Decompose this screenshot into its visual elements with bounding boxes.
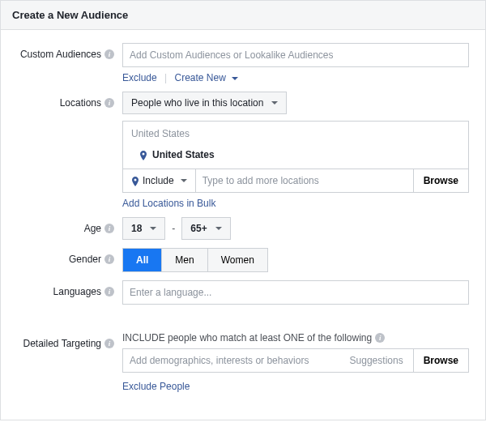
include-text: INCLUDE people who match at least ONE of…	[122, 332, 372, 343]
info-icon[interactable]	[104, 98, 114, 108]
detailed-targeting-field: INCLUDE people who match at least ONE of…	[122, 332, 469, 392]
location-type-label: People who live in this location	[131, 97, 263, 109]
languages-label-col: Languages	[17, 280, 122, 297]
pin-icon	[131, 177, 139, 185]
gender-all-button[interactable]: All	[123, 249, 162, 271]
caret-down-icon	[150, 227, 156, 230]
info-icon[interactable]	[104, 339, 114, 348]
bulk-locations-row: Add Locations in Bulk	[122, 198, 469, 209]
languages-field	[122, 280, 469, 305]
create-audience-panel: Create a New Audience Custom Audiences E…	[0, 0, 486, 420]
info-icon[interactable]	[104, 254, 114, 264]
custom-audiences-input[interactable]	[122, 43, 469, 67]
exclude-people-row: Exclude People	[122, 381, 469, 392]
location-search-input[interactable]	[195, 169, 413, 192]
age-dash: -	[172, 223, 175, 234]
location-group-header: United States	[123, 122, 468, 146]
info-icon[interactable]	[104, 287, 114, 297]
exclude-link[interactable]: Exclude	[122, 72, 157, 83]
location-type-dropdown[interactable]: People who live in this location	[122, 92, 287, 114]
panel-body: Custom Audiences Exclude | Create New Lo…	[1, 30, 485, 420]
age-label: Age	[84, 223, 101, 234]
custom-audiences-row: Custom Audiences Exclude | Create New	[17, 43, 469, 83]
info-icon[interactable]	[375, 333, 385, 343]
include-label: Include	[143, 175, 174, 186]
locations-label: Locations	[60, 97, 101, 109]
locations-box: United States United States Include	[122, 121, 469, 193]
gender-button-group: All Men Women	[122, 248, 268, 272]
exclude-people-link[interactable]: Exclude People	[122, 381, 190, 392]
languages-row: Languages	[17, 280, 469, 305]
create-new-label: Create New	[175, 72, 226, 83]
gender-label-col: Gender	[17, 248, 122, 265]
location-input-row: Include Browse	[123, 169, 468, 192]
detailed-targeting-input[interactable]	[123, 349, 340, 372]
age-row: Age 18 - 65+	[17, 217, 469, 240]
custom-audiences-label-col: Custom Audiences	[17, 43, 122, 60]
gender-label: Gender	[69, 254, 101, 265]
info-icon[interactable]	[104, 224, 114, 233]
age-min-dropdown[interactable]: 18	[122, 217, 165, 240]
custom-audiences-links: Exclude | Create New	[122, 72, 469, 83]
locations-field: People who live in this location United …	[122, 92, 469, 209]
age-max-dropdown[interactable]: 65+	[181, 217, 230, 240]
location-item[interactable]: United States	[123, 146, 468, 169]
location-item-label: United States	[152, 149, 215, 160]
pin-icon	[139, 151, 147, 159]
gender-field: All Men Women	[122, 248, 469, 272]
caret-down-icon	[271, 101, 278, 105]
panel-title: Create a New Audience	[1, 1, 485, 30]
age-max-value: 65+	[190, 223, 207, 234]
add-locations-bulk-link[interactable]: Add Locations in Bulk	[122, 198, 215, 209]
create-new-link[interactable]: Create New	[175, 72, 239, 83]
age-field: 18 - 65+	[122, 217, 469, 240]
languages-input[interactable]	[122, 280, 469, 305]
caret-down-icon	[215, 227, 222, 230]
locations-label-col: Locations	[17, 92, 122, 109]
browse-targeting-button[interactable]: Browse	[413, 349, 468, 372]
custom-audiences-field: Exclude | Create New	[122, 43, 469, 83]
section-spacer	[17, 313, 469, 332]
browse-locations-button[interactable]: Browse	[413, 169, 468, 192]
gender-women-button[interactable]: Women	[208, 249, 267, 271]
age-min-value: 18	[131, 223, 142, 234]
age-label-col: Age	[17, 217, 122, 234]
detailed-targeting-label-col: Detailed Targeting	[17, 332, 122, 349]
detailed-targeting-include-header: INCLUDE people who match at least ONE of…	[122, 332, 469, 343]
link-divider: |	[164, 72, 167, 83]
detailed-targeting-row: Detailed Targeting INCLUDE people who ma…	[17, 332, 469, 392]
caret-down-icon	[232, 77, 238, 80]
info-icon[interactable]	[104, 49, 114, 59]
detailed-targeting-label: Detailed Targeting	[23, 338, 101, 349]
languages-label: Languages	[53, 286, 101, 297]
detailed-targeting-input-row: Suggestions Browse	[122, 348, 469, 373]
include-dropdown[interactable]: Include	[123, 169, 195, 192]
gender-men-button[interactable]: Men	[162, 249, 207, 271]
caret-down-icon	[181, 179, 187, 182]
gender-row: Gender All Men Women	[17, 248, 469, 272]
custom-audiences-label: Custom Audiences	[20, 49, 101, 60]
locations-row: Locations People who live in this locati…	[17, 92, 469, 209]
suggestions-link[interactable]: Suggestions	[340, 355, 413, 366]
